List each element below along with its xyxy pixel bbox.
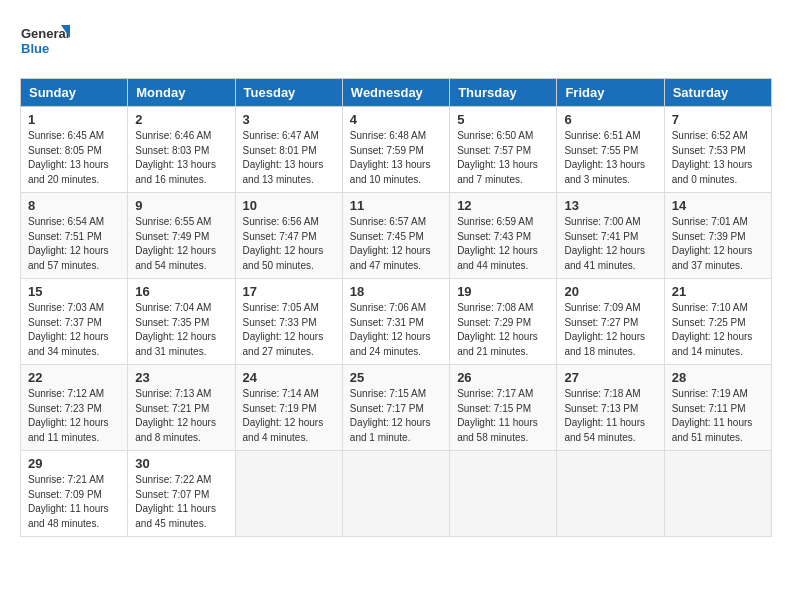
- day-info: Sunrise: 7:01 AMSunset: 7:39 PMDaylight:…: [672, 215, 764, 273]
- calendar-day-cell: 13Sunrise: 7:00 AMSunset: 7:41 PMDayligh…: [557, 193, 664, 279]
- day-number: 7: [672, 112, 764, 127]
- day-number: 30: [135, 456, 227, 471]
- day-number: 14: [672, 198, 764, 213]
- calendar-day-cell: 21Sunrise: 7:10 AMSunset: 7:25 PMDayligh…: [664, 279, 771, 365]
- day-info: Sunrise: 6:51 AMSunset: 7:55 PMDaylight:…: [564, 129, 656, 187]
- day-info: Sunrise: 6:47 AMSunset: 8:01 PMDaylight:…: [243, 129, 335, 187]
- calendar-day-cell: 22Sunrise: 7:12 AMSunset: 7:23 PMDayligh…: [21, 365, 128, 451]
- calendar-day-header: Monday: [128, 79, 235, 107]
- day-number: 11: [350, 198, 442, 213]
- day-info: Sunrise: 7:03 AMSunset: 7:37 PMDaylight:…: [28, 301, 120, 359]
- calendar-day-header: Tuesday: [235, 79, 342, 107]
- calendar-day-cell: 29Sunrise: 7:21 AMSunset: 7:09 PMDayligh…: [21, 451, 128, 537]
- calendar-day-cell: 24Sunrise: 7:14 AMSunset: 7:19 PMDayligh…: [235, 365, 342, 451]
- calendar-day-header: Sunday: [21, 79, 128, 107]
- day-info: Sunrise: 7:08 AMSunset: 7:29 PMDaylight:…: [457, 301, 549, 359]
- calendar-day-cell: [557, 451, 664, 537]
- calendar-day-cell: 8Sunrise: 6:54 AMSunset: 7:51 PMDaylight…: [21, 193, 128, 279]
- calendar-day-cell: [235, 451, 342, 537]
- calendar-day-header: Saturday: [664, 79, 771, 107]
- day-number: 2: [135, 112, 227, 127]
- calendar-week-row: 1Sunrise: 6:45 AMSunset: 8:05 PMDaylight…: [21, 107, 772, 193]
- day-number: 17: [243, 284, 335, 299]
- day-info: Sunrise: 7:22 AMSunset: 7:07 PMDaylight:…: [135, 473, 227, 531]
- day-number: 1: [28, 112, 120, 127]
- day-number: 19: [457, 284, 549, 299]
- calendar-day-cell: 7Sunrise: 6:52 AMSunset: 7:53 PMDaylight…: [664, 107, 771, 193]
- day-info: Sunrise: 7:14 AMSunset: 7:19 PMDaylight:…: [243, 387, 335, 445]
- calendar-day-cell: 25Sunrise: 7:15 AMSunset: 7:17 PMDayligh…: [342, 365, 449, 451]
- day-number: 16: [135, 284, 227, 299]
- calendar-day-cell: 27Sunrise: 7:18 AMSunset: 7:13 PMDayligh…: [557, 365, 664, 451]
- day-info: Sunrise: 7:10 AMSunset: 7:25 PMDaylight:…: [672, 301, 764, 359]
- calendar-day-cell: 10Sunrise: 6:56 AMSunset: 7:47 PMDayligh…: [235, 193, 342, 279]
- calendar-day-cell: 9Sunrise: 6:55 AMSunset: 7:49 PMDaylight…: [128, 193, 235, 279]
- day-info: Sunrise: 7:04 AMSunset: 7:35 PMDaylight:…: [135, 301, 227, 359]
- calendar-day-cell: [450, 451, 557, 537]
- calendar-day-header: Wednesday: [342, 79, 449, 107]
- day-info: Sunrise: 7:00 AMSunset: 7:41 PMDaylight:…: [564, 215, 656, 273]
- day-info: Sunrise: 6:59 AMSunset: 7:43 PMDaylight:…: [457, 215, 549, 273]
- day-info: Sunrise: 7:15 AMSunset: 7:17 PMDaylight:…: [350, 387, 442, 445]
- day-number: 20: [564, 284, 656, 299]
- calendar-day-cell: 17Sunrise: 7:05 AMSunset: 7:33 PMDayligh…: [235, 279, 342, 365]
- logo: General Blue: [20, 20, 70, 62]
- day-info: Sunrise: 6:52 AMSunset: 7:53 PMDaylight:…: [672, 129, 764, 187]
- day-info: Sunrise: 7:12 AMSunset: 7:23 PMDaylight:…: [28, 387, 120, 445]
- day-number: 13: [564, 198, 656, 213]
- day-info: Sunrise: 7:09 AMSunset: 7:27 PMDaylight:…: [564, 301, 656, 359]
- calendar-day-cell: 18Sunrise: 7:06 AMSunset: 7:31 PMDayligh…: [342, 279, 449, 365]
- day-number: 15: [28, 284, 120, 299]
- calendar-day-header: Friday: [557, 79, 664, 107]
- calendar-day-cell: 28Sunrise: 7:19 AMSunset: 7:11 PMDayligh…: [664, 365, 771, 451]
- calendar-day-cell: 16Sunrise: 7:04 AMSunset: 7:35 PMDayligh…: [128, 279, 235, 365]
- day-number: 29: [28, 456, 120, 471]
- day-info: Sunrise: 7:18 AMSunset: 7:13 PMDaylight:…: [564, 387, 656, 445]
- day-info: Sunrise: 6:50 AMSunset: 7:57 PMDaylight:…: [457, 129, 549, 187]
- calendar-day-header: Thursday: [450, 79, 557, 107]
- day-info: Sunrise: 7:05 AMSunset: 7:33 PMDaylight:…: [243, 301, 335, 359]
- day-info: Sunrise: 6:57 AMSunset: 7:45 PMDaylight:…: [350, 215, 442, 273]
- calendar-week-row: 22Sunrise: 7:12 AMSunset: 7:23 PMDayligh…: [21, 365, 772, 451]
- day-info: Sunrise: 6:54 AMSunset: 7:51 PMDaylight:…: [28, 215, 120, 273]
- calendar-day-cell: 12Sunrise: 6:59 AMSunset: 7:43 PMDayligh…: [450, 193, 557, 279]
- calendar-day-cell: 26Sunrise: 7:17 AMSunset: 7:15 PMDayligh…: [450, 365, 557, 451]
- day-number: 23: [135, 370, 227, 385]
- day-info: Sunrise: 7:13 AMSunset: 7:21 PMDaylight:…: [135, 387, 227, 445]
- calendar-day-cell: 3Sunrise: 6:47 AMSunset: 8:01 PMDaylight…: [235, 107, 342, 193]
- day-info: Sunrise: 6:46 AMSunset: 8:03 PMDaylight:…: [135, 129, 227, 187]
- calendar-day-cell: 14Sunrise: 7:01 AMSunset: 7:39 PMDayligh…: [664, 193, 771, 279]
- day-info: Sunrise: 7:19 AMSunset: 7:11 PMDaylight:…: [672, 387, 764, 445]
- day-number: 6: [564, 112, 656, 127]
- day-number: 27: [564, 370, 656, 385]
- day-info: Sunrise: 6:45 AMSunset: 8:05 PMDaylight:…: [28, 129, 120, 187]
- day-number: 25: [350, 370, 442, 385]
- calendar-day-cell: 6Sunrise: 6:51 AMSunset: 7:55 PMDaylight…: [557, 107, 664, 193]
- day-info: Sunrise: 7:21 AMSunset: 7:09 PMDaylight:…: [28, 473, 120, 531]
- calendar-day-cell: 11Sunrise: 6:57 AMSunset: 7:45 PMDayligh…: [342, 193, 449, 279]
- calendar-week-row: 29Sunrise: 7:21 AMSunset: 7:09 PMDayligh…: [21, 451, 772, 537]
- calendar-day-cell: 1Sunrise: 6:45 AMSunset: 8:05 PMDaylight…: [21, 107, 128, 193]
- calendar-day-cell: 20Sunrise: 7:09 AMSunset: 7:27 PMDayligh…: [557, 279, 664, 365]
- day-number: 3: [243, 112, 335, 127]
- day-number: 9: [135, 198, 227, 213]
- svg-text:General: General: [21, 26, 69, 41]
- calendar-day-cell: 15Sunrise: 7:03 AMSunset: 7:37 PMDayligh…: [21, 279, 128, 365]
- day-number: 22: [28, 370, 120, 385]
- calendar-week-row: 8Sunrise: 6:54 AMSunset: 7:51 PMDaylight…: [21, 193, 772, 279]
- day-number: 18: [350, 284, 442, 299]
- calendar-day-cell: [342, 451, 449, 537]
- calendar-body: 1Sunrise: 6:45 AMSunset: 8:05 PMDaylight…: [21, 107, 772, 537]
- day-number: 5: [457, 112, 549, 127]
- day-number: 28: [672, 370, 764, 385]
- calendar-day-cell: 30Sunrise: 7:22 AMSunset: 7:07 PMDayligh…: [128, 451, 235, 537]
- day-number: 21: [672, 284, 764, 299]
- calendar-header-row: SundayMondayTuesdayWednesdayThursdayFrid…: [21, 79, 772, 107]
- day-info: Sunrise: 6:48 AMSunset: 7:59 PMDaylight:…: [350, 129, 442, 187]
- svg-text:Blue: Blue: [21, 41, 49, 56]
- calendar-week-row: 15Sunrise: 7:03 AMSunset: 7:37 PMDayligh…: [21, 279, 772, 365]
- logo-svg: General Blue: [20, 20, 70, 62]
- page-header: General Blue: [20, 20, 772, 62]
- day-info: Sunrise: 7:17 AMSunset: 7:15 PMDaylight:…: [457, 387, 549, 445]
- day-number: 26: [457, 370, 549, 385]
